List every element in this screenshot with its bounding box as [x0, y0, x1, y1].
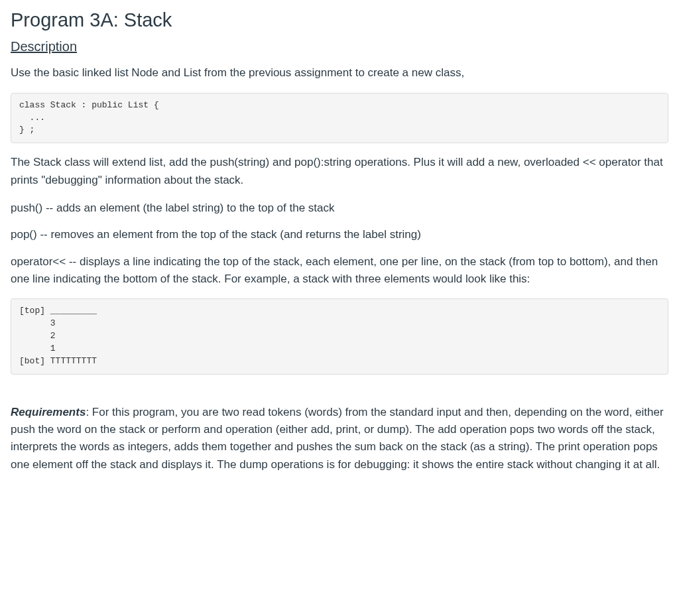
- spacer: [11, 385, 668, 404]
- code-block-stack-class: class Stack : public List { ... } ;: [11, 93, 668, 144]
- extend-paragraph: The Stack class will extend list, add th…: [11, 154, 668, 189]
- document-page: Program 3A: Stack Description Use the ba…: [0, 0, 679, 500]
- code-block-stack-output: [top] _________ 3 2 1 [bot] TTTTTTTTT: [11, 298, 668, 374]
- requirements-paragraph: Requirements: For this program, you are …: [11, 404, 668, 473]
- operator-paragraph: operator<< -- displays a line indicating…: [11, 253, 668, 288]
- intro-paragraph: Use the basic linked list Node and List …: [11, 64, 668, 82]
- requirements-label: Requirements: [11, 406, 86, 418]
- push-paragraph: push() -- adds an element (the label str…: [11, 200, 668, 217]
- description-heading: Description: [11, 38, 668, 55]
- program-title: Program 3A: Stack: [11, 9, 668, 31]
- requirements-text: : For this program, you are two read tok…: [11, 406, 664, 471]
- pop-paragraph: pop() -- removes an element from the top…: [11, 226, 668, 243]
